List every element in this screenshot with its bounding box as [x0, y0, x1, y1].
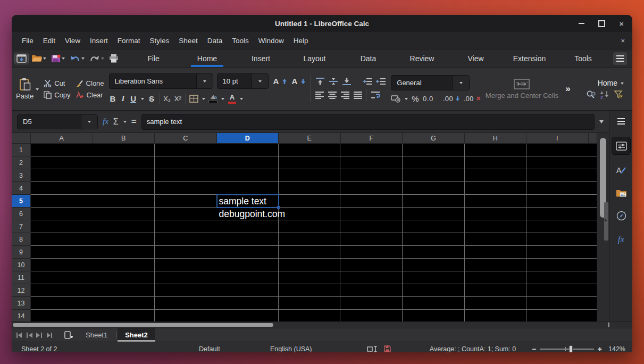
- menu-help[interactable]: Help: [289, 37, 313, 45]
- column-header-b[interactable]: B: [93, 133, 155, 144]
- sidebar-functions-button[interactable]: fx: [612, 231, 630, 248]
- row-header-3[interactable]: 3: [12, 169, 31, 182]
- column-header-partial[interactable]: [589, 133, 597, 144]
- close-icon[interactable]: ×: [619, 20, 624, 28]
- sum-dropdown-icon[interactable]: [123, 121, 127, 125]
- row-header-10[interactable]: 10: [12, 259, 31, 271]
- clear-formatting-button[interactable]: Clear: [76, 91, 104, 99]
- last-sheet-icon[interactable]: [46, 332, 53, 338]
- strikethrough-button[interactable]: S: [148, 94, 155, 103]
- menu-edit[interactable]: Edit: [38, 37, 60, 45]
- selection-statistics[interactable]: Average: ; CountA: 1; Sum: 0: [417, 342, 529, 352]
- undo-button[interactable]: [68, 53, 86, 64]
- undo-dropdown-icon[interactable]: [81, 57, 85, 61]
- italic-button[interactable]: I: [120, 94, 126, 103]
- close-document-icon[interactable]: ×: [621, 37, 625, 45]
- paste-button[interactable]: Paste: [16, 78, 39, 100]
- language-status[interactable]: English (USA): [270, 342, 312, 352]
- zoom-level[interactable]: 142%: [608, 342, 625, 352]
- background-color-dropdown-icon[interactable]: [221, 98, 224, 102]
- column-header-d[interactable]: D: [217, 133, 279, 144]
- menu-file[interactable]: File: [17, 37, 38, 45]
- menu-data[interactable]: Data: [203, 37, 228, 45]
- tab-layout[interactable]: Layout: [288, 49, 341, 67]
- number-format-combobox[interactable]: General: [391, 75, 470, 90]
- row-header-7[interactable]: 7: [12, 220, 31, 233]
- delete-decimal-button[interactable]: .00: [463, 95, 481, 103]
- sort-icon[interactable]: AZ: [600, 90, 609, 99]
- maximize-icon[interactable]: [598, 20, 605, 27]
- name-box[interactable]: D5: [17, 114, 98, 129]
- column-header-c[interactable]: C: [155, 133, 217, 144]
- borders-dropdown-icon[interactable]: [202, 98, 205, 102]
- subscript-button[interactable]: X₂: [163, 95, 171, 103]
- sidebar-navigator-button[interactable]: [612, 207, 630, 224]
- bold-button[interactable]: B: [109, 94, 117, 103]
- tab-insert[interactable]: Insert: [234, 49, 288, 67]
- sidebar-styles-button[interactable]: A: [612, 162, 630, 179]
- row-header-13[interactable]: 13: [12, 297, 31, 310]
- align-bottom-icon[interactable]: [342, 77, 352, 86]
- menu-sheet[interactable]: Sheet: [174, 37, 202, 45]
- superscript-button[interactable]: X²: [174, 95, 181, 103]
- column-header-f[interactable]: F: [341, 133, 403, 144]
- wrap-text-icon[interactable]: [371, 91, 381, 99]
- tab-tools[interactable]: Tools: [556, 49, 610, 67]
- print-button[interactable]: [107, 53, 120, 64]
- insert-mode-icon[interactable]: [367, 342, 379, 352]
- context-selector[interactable]: Home: [598, 79, 624, 87]
- shrink-font-button[interactable]: A: [290, 77, 305, 86]
- expand-formula-bar-icon[interactable]: [599, 120, 604, 126]
- row-header-11[interactable]: 11: [12, 271, 31, 284]
- zoom-in-icon[interactable]: +: [598, 345, 602, 353]
- tab-file[interactable]: File: [127, 49, 180, 67]
- notebookbar-menu-icon[interactable]: [613, 52, 627, 65]
- previous-sheet-icon[interactable]: [26, 332, 32, 338]
- scrollbar-sizer[interactable]: [608, 322, 609, 327]
- sidebar-grip[interactable]: [604, 202, 608, 241]
- align-right-icon[interactable]: [341, 91, 350, 99]
- new-document-button[interactable]: [15, 53, 28, 64]
- column-header-h[interactable]: H: [465, 133, 527, 144]
- sum-icon[interactable]: Σ: [113, 117, 119, 127]
- first-sheet-icon[interactable]: [16, 332, 22, 338]
- row-header-4[interactable]: 4: [12, 182, 31, 195]
- add-sheet-icon[interactable]: [64, 331, 73, 340]
- zoom-slider-thumb[interactable]: [569, 345, 573, 353]
- column-header-a[interactable]: A: [31, 133, 93, 144]
- font-size-combobox[interactable]: 10 pt: [217, 73, 269, 89]
- row-header-5[interactable]: 5: [12, 195, 31, 208]
- menu-window[interactable]: Window: [254, 37, 289, 45]
- tab-home[interactable]: Home: [180, 49, 234, 67]
- align-center-icon[interactable]: [328, 91, 337, 99]
- menu-insert[interactable]: Insert: [85, 37, 113, 45]
- save-button[interactable]: [49, 53, 66, 64]
- find-replace-icon[interactable]: [586, 90, 596, 99]
- font-color-button[interactable]: A: [228, 93, 236, 104]
- column-header-g[interactable]: G: [403, 133, 465, 144]
- currency-icon[interactable]: [391, 95, 401, 103]
- borders-icon[interactable]: [189, 95, 198, 103]
- redo-button[interactable]: [88, 53, 106, 64]
- font-name-dropdown-icon[interactable]: [196, 74, 213, 88]
- tab-extension[interactable]: Extension: [503, 49, 556, 67]
- formula-input[interactable]: sample text: [141, 114, 595, 130]
- minimize-icon[interactable]: [579, 23, 584, 24]
- function-wizard-icon[interactable]: fx: [103, 117, 108, 126]
- menu-styles[interactable]: Styles: [145, 37, 174, 45]
- open-dropdown-icon[interactable]: [43, 57, 46, 61]
- grow-font-button[interactable]: A: [272, 77, 287, 86]
- sidebar-settings-icon[interactable]: [614, 115, 628, 128]
- sidebar-properties-button[interactable]: [612, 137, 630, 154]
- clone-formatting-button[interactable]: Clone: [76, 79, 104, 87]
- font-size-dropdown-icon[interactable]: [252, 74, 268, 88]
- horizontal-scrollbar[interactable]: [12, 321, 632, 328]
- column-header-i[interactable]: I: [526, 133, 589, 144]
- background-color-button[interactable]: [209, 94, 218, 103]
- justified-icon[interactable]: [354, 91, 363, 99]
- open-button[interactable]: [30, 53, 48, 63]
- decimal-format-button[interactable]: 0.0: [423, 95, 433, 103]
- sheet-info[interactable]: Sheet 2 of 2: [21, 342, 57, 352]
- add-decimal-button[interactable]: .00: [443, 95, 460, 103]
- menu-tools[interactable]: Tools: [227, 37, 254, 45]
